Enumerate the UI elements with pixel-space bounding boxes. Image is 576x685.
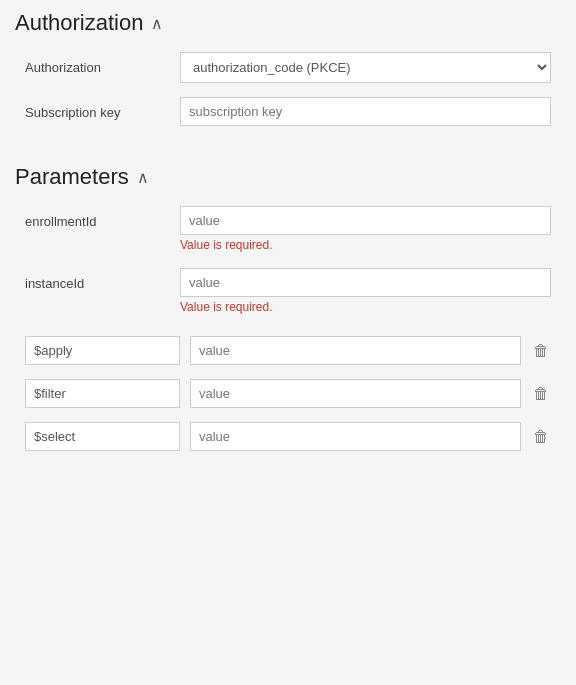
instance-id-input[interactable] [180, 268, 551, 297]
instance-id-error: Value is required. [180, 300, 551, 314]
subscription-key-label: Subscription key [25, 97, 180, 120]
instance-id-control-wrap: Value is required. [180, 268, 551, 314]
subscription-key-input[interactable] [180, 97, 551, 126]
subscription-key-row: Subscription key [15, 97, 561, 126]
authorization-select[interactable]: authorization_code (PKCE) client_credent… [180, 52, 551, 83]
authorization-section: Authorization ∧ Authorization authorizat… [15, 10, 561, 126]
enrollment-id-label: enrollmentId [25, 206, 180, 229]
enrollment-id-error: Value is required. [180, 238, 551, 252]
select-delete-icon[interactable]: 🗑 [531, 428, 551, 446]
authorization-row: Authorization authorization_code (PKCE) … [15, 52, 561, 83]
spacer-2 [15, 318, 561, 336]
instance-id-row: instanceId Value is required. [15, 268, 561, 314]
apply-key-input[interactable] [25, 336, 180, 365]
divider-1 [15, 140, 561, 164]
subscription-key-control-wrap [180, 97, 551, 126]
filter-value-input[interactable] [190, 379, 521, 408]
authorization-title: Authorization [15, 10, 143, 36]
select-value-input[interactable] [190, 422, 521, 451]
parameters-title: Parameters [15, 164, 129, 190]
enrollment-id-control-wrap: Value is required. [180, 206, 551, 252]
parameters-section: Parameters ∧ enrollmentId Value is requi… [15, 164, 561, 451]
filter-delete-icon[interactable]: 🗑 [531, 385, 551, 403]
parameters-header: Parameters ∧ [15, 164, 561, 190]
enrollment-id-input[interactable] [180, 206, 551, 235]
apply-value-input[interactable] [190, 336, 521, 365]
filter-param-row: 🗑 [15, 379, 561, 408]
enrollment-id-row: enrollmentId Value is required. [15, 206, 561, 252]
authorization-label: Authorization [25, 52, 180, 75]
instance-id-label: instanceId [25, 268, 180, 291]
spacer-1 [15, 256, 561, 268]
apply-param-row: 🗑 [15, 336, 561, 365]
parameters-chevron[interactable]: ∧ [137, 168, 149, 187]
select-key-input[interactable] [25, 422, 180, 451]
filter-key-input[interactable] [25, 379, 180, 408]
select-param-row: 🗑 [15, 422, 561, 451]
authorization-chevron[interactable]: ∧ [151, 14, 163, 33]
authorization-header: Authorization ∧ [15, 10, 561, 36]
apply-delete-icon[interactable]: 🗑 [531, 342, 551, 360]
authorization-control-wrap: authorization_code (PKCE) client_credent… [180, 52, 551, 83]
